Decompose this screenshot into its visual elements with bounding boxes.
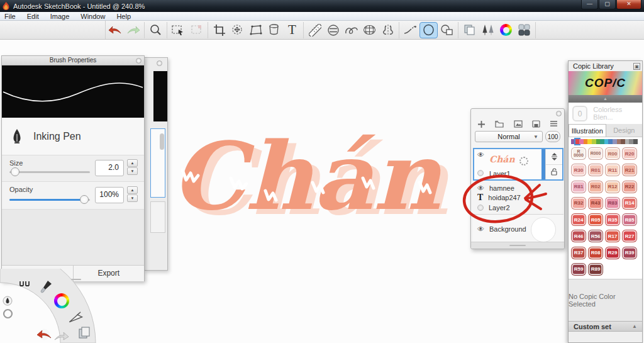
- layer1-visibility-icon[interactable]: 👁: [477, 151, 484, 159]
- layer-opacity-field[interactable]: 100: [545, 131, 560, 142]
- copic-swatch-R00[interactable]: R00: [605, 147, 620, 160]
- copic-family-10[interactable]: [613, 139, 617, 144]
- opacity-spin-down-icon[interactable]: ▼: [127, 194, 138, 202]
- copic-family-1[interactable]: [575, 139, 580, 144]
- ruler-tool-icon[interactable]: [306, 22, 324, 38]
- maximize-button[interactable]: ▢: [599, 0, 616, 9]
- copic-family-15[interactable]: [633, 139, 638, 144]
- opacity-slider-thumb[interactable]: [80, 195, 89, 204]
- circle-tool-icon[interactable]: [3, 308, 13, 322]
- copic-family-6[interactable]: [596, 139, 601, 144]
- copic-family-9[interactable]: [608, 139, 613, 144]
- copic-swatch-R39[interactable]: R39: [622, 247, 637, 259]
- ellipse-tool-icon[interactable]: [419, 22, 438, 38]
- copic-family-3[interactable]: [584, 139, 588, 144]
- close-button[interactable]: ✕: [616, 0, 641, 9]
- lagoon-transform-icon[interactable]: [69, 311, 84, 327]
- layers-resize-grip[interactable]: [509, 245, 526, 246]
- transform-tool-icon[interactable]: [228, 22, 247, 38]
- size-spin-down-icon[interactable]: ▼: [127, 167, 138, 175]
- layer1-radio[interactable]: [477, 170, 484, 176]
- menu-file[interactable]: File: [4, 13, 16, 20]
- copic-family-11[interactable]: [617, 139, 621, 144]
- copic-swatch-R24[interactable]: R24: [571, 213, 586, 226]
- copic-swatch-R12[interactable]: R12: [605, 181, 620, 193]
- copic-swatch-R21[interactable]: R21: [622, 164, 637, 176]
- custom-set-header[interactable]: Custom set ▲: [569, 321, 642, 332]
- copic-family-8[interactable]: [604, 139, 609, 144]
- size-value[interactable]: 2.0: [95, 160, 124, 176]
- copic-swatch-R59[interactable]: R59: [571, 263, 586, 276]
- menu-image[interactable]: Image: [50, 13, 70, 20]
- shapes-tool-icon[interactable]: [438, 22, 456, 38]
- distort-tool-icon[interactable]: [247, 22, 265, 38]
- layer-lock-icon[interactable]: [546, 164, 562, 180]
- copic-swatch-R11[interactable]: R11: [605, 164, 620, 176]
- copic-swatch-R89[interactable]: R89: [588, 263, 603, 276]
- copic-family-0[interactable]: [571, 139, 575, 144]
- layers-panel-close-icon[interactable]: [556, 111, 562, 116]
- import-image-icon[interactable]: [514, 120, 523, 128]
- copic-swatch-R32[interactable]: R32: [571, 197, 586, 210]
- add-layer-icon[interactable]: [477, 120, 486, 128]
- copic-swatch-R37[interactable]: R37: [571, 247, 586, 259]
- copic-swatch-R35[interactable]: R35: [605, 213, 620, 226]
- opacity-value[interactable]: 100%: [95, 187, 124, 203]
- size-slider[interactable]: [9, 171, 90, 173]
- copic-swatch-R83[interactable]: R83: [605, 197, 620, 210]
- layer-group-icon[interactable]: [495, 120, 504, 128]
- panel-resize-grip[interactable]: [65, 279, 81, 280]
- curve-tool-icon[interactable]: [342, 22, 360, 38]
- copic-family-2[interactable]: [579, 139, 584, 144]
- brush-properties-close-icon[interactable]: [136, 58, 142, 64]
- copic-swatch-R46[interactable]: R46: [571, 230, 586, 242]
- copic-swatch-R17[interactable]: R17: [605, 230, 620, 242]
- copic-family-14[interactable]: [629, 139, 633, 144]
- copic-swatch-R81[interactable]: R81: [571, 181, 586, 193]
- layer-row-hamnee[interactable]: 👁 hamnee: [473, 183, 564, 193]
- hamnee-visibility-icon[interactable]: 👁: [477, 184, 484, 192]
- copic-family-13[interactable]: [625, 139, 630, 144]
- copic-swatch-R22[interactable]: R22: [622, 181, 637, 193]
- french-curve-tool-icon[interactable]: [324, 22, 342, 38]
- lagoon-undo-icon[interactable]: [35, 329, 53, 343]
- menu-help[interactable]: Help: [116, 13, 131, 20]
- lagoon-color-wheel-icon[interactable]: [54, 293, 69, 308]
- copic-swatch-R43[interactable]: R43: [588, 197, 603, 210]
- size-slider-thumb[interactable]: [11, 167, 19, 176]
- copic-swatch-R27[interactable]: R27: [622, 230, 637, 242]
- layer2-radio[interactable]: [477, 205, 484, 211]
- copic-swatch-R30[interactable]: R30: [571, 164, 586, 176]
- fill-tool-icon[interactable]: [265, 22, 283, 38]
- reset-button[interactable]: Reset: [2, 266, 73, 281]
- copic-family-7[interactable]: [600, 139, 604, 144]
- layers-scrollbar[interactable]: [541, 149, 545, 179]
- copic-swatch-R05[interactable]: R05: [588, 213, 603, 226]
- copic-swatch-R14[interactable]: R14: [622, 197, 637, 210]
- steady-stroke-tool-icon[interactable]: [401, 22, 419, 38]
- layer-row-background[interactable]: 👁 Background: [473, 215, 564, 244]
- blend-mode-dropdown[interactable]: Normal ▼: [475, 131, 543, 142]
- pen-mode-icon[interactable]: [3, 296, 13, 308]
- tab-design[interactable]: Design: [606, 124, 643, 137]
- zoom-tool-icon[interactable]: [147, 22, 165, 38]
- lagoon-brush-icon[interactable]: [39, 280, 54, 299]
- copic-swatch-R000[interactable]: R000: [588, 147, 603, 160]
- size-spin-up-icon[interactable]: ▲: [127, 159, 138, 167]
- layers-menu-icon[interactable]: [550, 120, 558, 127]
- copic-library-icon[interactable]: [515, 22, 533, 38]
- brush-library-icon[interactable]: [479, 22, 497, 38]
- save-layers-icon[interactable]: [532, 120, 540, 128]
- undo-button[interactable]: [106, 22, 124, 38]
- copic-family-12[interactable]: [621, 139, 625, 144]
- layer-reorder-icon[interactable]: [546, 149, 562, 164]
- text-tool-icon[interactable]: T: [283, 22, 301, 38]
- background-visibility-icon[interactable]: 👁: [477, 225, 484, 233]
- copic-family-4[interactable]: [587, 139, 592, 144]
- copic-collapse-bar[interactable]: ▲: [569, 95, 642, 103]
- layer-row-hoidap247[interactable]: T hoidap247: [473, 193, 564, 203]
- deselect-tool-icon[interactable]: [187, 22, 206, 38]
- colorless-blender-swatch[interactable]: 0: [572, 106, 587, 121]
- color-wheel-icon[interactable]: [497, 22, 515, 38]
- copic-swatch-R08[interactable]: R08: [588, 247, 603, 259]
